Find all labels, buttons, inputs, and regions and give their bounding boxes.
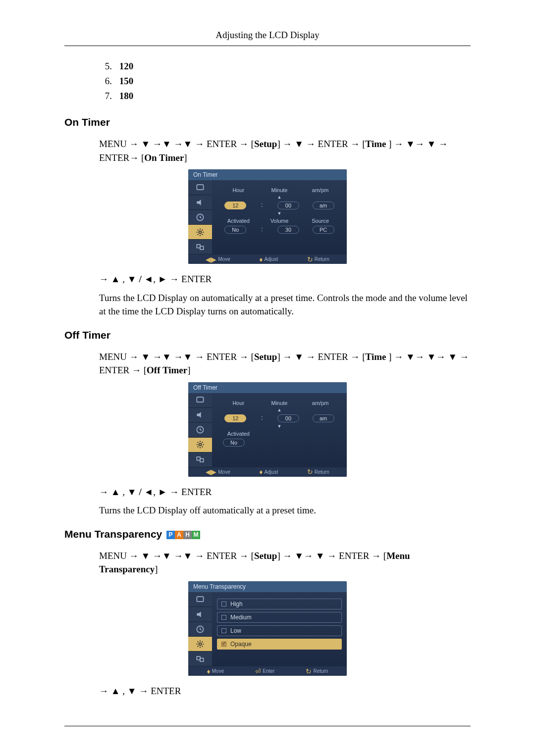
comma: , xyxy=(122,686,125,696)
multi-icon xyxy=(188,453,212,467)
sound-icon xyxy=(188,408,212,423)
right-icon: ► xyxy=(158,487,167,497)
osd-field-activated[interactable]: No xyxy=(223,439,245,447)
time-icon xyxy=(188,423,212,438)
nav-path-off-timer: MENU → ▼ →▼ →▼ → ENTER → [Setup] → ▼ → E… xyxy=(99,350,471,377)
up-icon: ▲ xyxy=(111,274,120,284)
osd-option-low[interactable]: Low xyxy=(217,625,342,636)
nav-enter: ENTER xyxy=(181,274,212,284)
osd-option-high[interactable]: High xyxy=(217,599,342,609)
list-item: 7. 180 xyxy=(99,91,471,101)
osd-on-timer-wrap: On Timer Hour Minute am/pm ▲ 12: 00 xyxy=(64,169,471,266)
svg-point-3 xyxy=(199,231,202,233)
osd-menu-transparency: Menu Transparency High Medium Low Opaque… xyxy=(188,581,347,676)
arrow-icon: → xyxy=(306,139,316,149)
nav-setup: Setup xyxy=(254,352,277,362)
arrow-icon: → xyxy=(195,352,204,362)
picture-icon xyxy=(188,180,212,195)
osd-label-hour: Hour xyxy=(223,400,253,406)
down-icon: ▼ xyxy=(448,352,457,362)
osd-option-medium[interactable]: Medium xyxy=(217,612,342,623)
arrow-icon: → xyxy=(239,139,249,149)
arrow-icon: → xyxy=(169,487,179,497)
on-timer-description: Turns the LCD Display on automatically a… xyxy=(99,291,471,318)
osd-off-timer: Off Timer Hour Minute am/pm ▲ 12: 00 xyxy=(188,382,347,477)
arrow-icon: → xyxy=(415,352,425,362)
post-nav-menu-transparency: → ▲ , ▼ → ENTER xyxy=(99,684,471,698)
osd-field-ampm[interactable]: am xyxy=(313,414,334,422)
nav-enter: ENTER xyxy=(181,487,212,497)
osd-off-timer-wrap: Off Timer Hour Minute am/pm ▲ 12: 00 xyxy=(64,382,471,479)
section-heading-on-timer: On Timer xyxy=(64,116,471,128)
post-nav-on-timer: → ▲ , ▼ / ◄, ► → ENTER xyxy=(99,272,471,286)
osd-title: Off Timer xyxy=(188,382,347,393)
down-icon: ▼ xyxy=(162,139,171,149)
osd-field-minute[interactable]: 00 xyxy=(277,414,299,422)
off-timer-description: Turns the LCD Display off automatically … xyxy=(99,504,471,517)
nav-path-menu-transparency: MENU → ▼ →▼ →▼ → ENTER → [Setup] → ▼→ ▼ … xyxy=(99,549,471,576)
comma: , xyxy=(122,487,125,497)
osd-option-opaque[interactable]: Opaque xyxy=(217,639,342,650)
list-num: 6. xyxy=(99,76,112,87)
osd-field-ampm[interactable]: am xyxy=(313,202,334,209)
osd-field-minute[interactable]: 00 xyxy=(277,202,299,209)
settings-icon xyxy=(188,637,212,652)
svg-marker-1 xyxy=(197,200,201,205)
numbered-list: 5. 120 6. 150 7. 180 xyxy=(64,61,471,101)
osd-label-activated: Activated xyxy=(223,218,253,224)
down-arrow-icon: ▼ xyxy=(218,424,341,429)
arrow-icon: → xyxy=(239,352,249,362)
svg-rect-0 xyxy=(197,185,203,190)
arrow-icon: → xyxy=(282,352,292,362)
arrow-icon: → xyxy=(239,551,249,561)
osd-field-activated[interactable]: No xyxy=(224,226,246,234)
sound-icon xyxy=(188,195,212,210)
slash: / xyxy=(139,274,141,284)
osd-label-activated: Activated xyxy=(223,431,253,437)
arrow-icon: → xyxy=(99,274,108,284)
settings-icon xyxy=(188,438,212,453)
down-icon: ▼ xyxy=(127,274,137,284)
comma: , xyxy=(153,274,156,284)
svg-marker-7 xyxy=(197,412,201,418)
input-mode-badges: P A H M xyxy=(166,531,200,539)
arrow-icon: → xyxy=(372,551,381,561)
down-icon: ▼ xyxy=(141,551,150,561)
up-arrow-icon: ▲ xyxy=(218,195,341,200)
footer-divider xyxy=(64,726,471,726)
arrow-icon: → xyxy=(351,352,360,362)
settings-icon xyxy=(188,225,212,240)
picture-icon xyxy=(188,592,212,607)
arrow-icon: → xyxy=(129,551,139,561)
osd-field-hour[interactable]: 12 xyxy=(224,414,246,422)
arrow-icon: → xyxy=(306,352,316,362)
osd-field-hour[interactable]: 12 xyxy=(224,202,246,209)
nav-enter: ENTER xyxy=(151,686,181,696)
svg-rect-12 xyxy=(197,597,203,602)
svg-rect-6 xyxy=(197,397,203,402)
multi-icon xyxy=(188,240,212,254)
nav-menu: MENU xyxy=(99,352,127,362)
badge-m: M xyxy=(192,531,200,539)
nav-enter: ENTER xyxy=(207,352,237,362)
list-item: 6. 150 xyxy=(99,76,471,87)
nav-menu: MENU xyxy=(99,139,127,149)
sound-icon xyxy=(188,607,212,622)
nav-menu: MENU xyxy=(99,551,127,561)
list-num: 5. xyxy=(99,61,112,72)
osd-footer: ♦ Move ⏎ Enter ↻ Return xyxy=(188,666,347,676)
picture-icon xyxy=(188,393,212,408)
osd-field-volume[interactable]: 30 xyxy=(277,226,299,234)
footer-move: ♦ Move xyxy=(207,668,224,674)
page-header: Adjusting the LCD Display xyxy=(64,30,471,46)
osd-field-source[interactable]: PC xyxy=(313,226,334,234)
arrow-icon: → xyxy=(99,686,108,696)
list-value: 150 xyxy=(119,76,134,86)
nav-setup: Setup xyxy=(254,551,277,561)
arrow-icon: → xyxy=(394,139,403,149)
down-icon: ▼ xyxy=(183,139,193,149)
down-icon: ▼ xyxy=(141,352,150,362)
osd-on-timer: On Timer Hour Minute am/pm ▲ 12: 00 xyxy=(188,169,347,264)
osd-menu-transparency-wrap: Menu Transparency High Medium Low Opaque… xyxy=(64,581,471,678)
arrow-icon: → xyxy=(139,686,148,696)
